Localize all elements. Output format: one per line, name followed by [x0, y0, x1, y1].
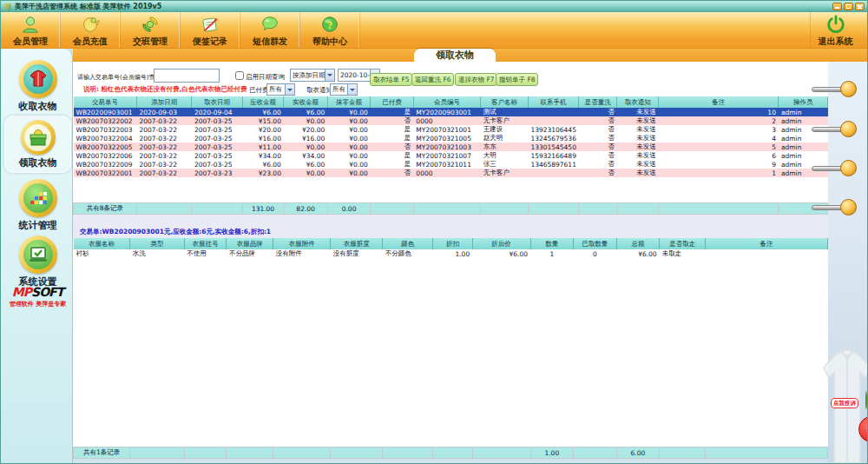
- orders-table: 交易单号添加日期取衣日期应收金额实收金额抹零金额已付费会员编号客户名称联系手机是…: [73, 96, 828, 215]
- date-query-checkbox[interactable]: [235, 71, 244, 80]
- date-mode-value: 按添加日期: [291, 71, 325, 80]
- detail-header-row: 衣服名称类型衣服挂号衣服品牌衣服附件衣服脏度颜色折扣折后价数量已取数量总额是否取…: [74, 238, 828, 249]
- toolbar-help-center[interactable]: ? 帮助中心: [300, 12, 360, 48]
- order-row[interactable]: WB20070322003 2007-03-22 2007-03-25 ¥20.…: [74, 125, 828, 134]
- statistics-icon: [19, 179, 57, 217]
- column-header: 备注: [706, 238, 828, 249]
- exit-system-button[interactable]: 退出系统: [810, 12, 860, 48]
- logo-tagline: 管理软件 美萍是专家: [1, 300, 75, 308]
- date-mode-dropdown[interactable]: 按添加日期: [290, 69, 335, 82]
- column-header: 取衣通知: [617, 96, 659, 108]
- bottom-strip: [73, 459, 828, 464]
- column-header: 是否取走: [660, 238, 706, 249]
- column-header: 折后价: [472, 238, 530, 249]
- notify-filter-label: 取衣通知: [306, 86, 332, 95]
- column-header: 备注: [659, 96, 779, 108]
- sidebar-item-system-settings[interactable]: 系统设置: [1, 235, 75, 288]
- tab-retrieve-clothes[interactable]: 领取衣物: [414, 49, 496, 62]
- toolbar-label: 交班管理: [133, 36, 168, 48]
- sum-receivable: 131.00: [242, 203, 284, 215]
- toolbar-label: 短信群发: [253, 36, 287, 48]
- column-header: 已取数量: [574, 238, 617, 249]
- toolbar-sms-broadcast[interactable]: 短信群发: [240, 12, 300, 48]
- column-header: 应收金额: [242, 96, 284, 108]
- retrieve-clothes-icon: [21, 120, 56, 155]
- exit-label: 退出系统: [819, 36, 853, 48]
- power-icon: [825, 14, 846, 35]
- column-header: 客户名称: [481, 96, 529, 108]
- sms-icon: [260, 14, 280, 35]
- toolbar-label: 会员充值: [73, 36, 108, 48]
- binder-ring: [812, 160, 857, 177]
- column-header: 联系手机: [528, 96, 578, 108]
- chevron-down-icon: [347, 84, 357, 95]
- binder-ring: [812, 121, 857, 138]
- sidebar-item-label: 统计管理: [19, 219, 57, 232]
- column-header: 是否重洗: [579, 96, 617, 108]
- date-value: 2020-10-04: [339, 71, 370, 79]
- sidebar-item-statistics[interactable]: 统计管理: [1, 179, 75, 232]
- complaint-bubble[interactable]: 点我投诉: [831, 398, 858, 408]
- maximize-icon[interactable]: [844, 3, 853, 10]
- rewash-button[interactable]: 返回重洗 F6: [411, 73, 454, 86]
- toolbar-shift-management[interactable]: 交班管理: [121, 12, 181, 48]
- recharge-icon: [80, 14, 101, 35]
- clothes-detail-table: 衣服名称类型衣服挂号衣服品牌衣服附件衣服脏度颜色折扣折后价数量已取数量总额是否取…: [73, 238, 828, 459]
- order-row[interactable]: WB20070322006 2007-03-22 2007-03-25 ¥34.…: [74, 151, 828, 160]
- svg-text:?: ?: [327, 20, 332, 31]
- paid-filter-value: 所有: [267, 85, 285, 94]
- settings-icon: [19, 235, 57, 274]
- notes-icon: [200, 14, 220, 35]
- sidebar-item-retrieve-clothes[interactable]: 领取衣物: [4, 116, 71, 173]
- column-header: 颜色: [383, 238, 433, 249]
- toolbar-notes-record[interactable]: 便签记录: [181, 12, 240, 48]
- sum-total: 6.00: [616, 447, 660, 459]
- column-header: 衣服挂号: [184, 238, 227, 249]
- sum-received: 82.00: [284, 203, 327, 215]
- sidebar: 收取衣物 领取衣物 统计管理 系统设置 MPSOF: [1, 49, 73, 464]
- notify-filter-dropdown[interactable]: 所有: [330, 83, 358, 96]
- logo-mp: MP: [12, 285, 31, 299]
- receive-clothes-icon: [19, 60, 57, 98]
- detail-record-count: 共有1条记录: [74, 447, 130, 459]
- divider: [73, 215, 828, 228]
- order-row[interactable]: WB20070322005 2007-03-22 2007-03-25 ¥11.…: [74, 143, 828, 151]
- window-title: 美萍干洗店管理系统 标准版 美萍软件 2019v5: [15, 2, 161, 11]
- app-icon: [4, 3, 11, 10]
- column-header: 衣服品牌: [227, 238, 273, 249]
- search-input[interactable]: [154, 69, 220, 83]
- paid-filter-dropdown[interactable]: 所有: [266, 83, 295, 96]
- order-row[interactable]: WB20070322002 2007-03-22 2007-03-25 ¥15.…: [74, 116, 828, 125]
- mascot[interactable]: 点我投诉 92: [831, 392, 868, 408]
- mpsoft-logo: MPSOFT 管理软件 美萍是专家: [1, 285, 75, 308]
- app-window: 美萍干洗店管理系统 标准版 美萍软件 2019v5 会员管理 会员充值 交班管理: [0, 0, 868, 464]
- column-header: 总额: [616, 238, 660, 249]
- binder-ring: [812, 81, 857, 98]
- column-header: 抹零金额: [327, 96, 371, 108]
- toolbar-member-management[interactable]: 会员管理: [1, 12, 61, 48]
- window-controls: [832, 3, 865, 10]
- shift-icon: [140, 14, 161, 35]
- minimize-icon[interactable]: [832, 3, 842, 10]
- column-header: 实收金额: [284, 96, 327, 108]
- order-row[interactable]: WB20200903001 2020-09-03 2020-09-04 ¥6.0…: [74, 108, 828, 116]
- return-clothes-button[interactable]: 退掉衣物 F7: [455, 73, 497, 86]
- close-icon[interactable]: [855, 3, 865, 10]
- sidebar-item-receive-clothes[interactable]: 收取衣物: [1, 60, 75, 113]
- main-content: 请输入交易单号(会员编号)查询 说明: 粉红色代表衣物还没有付费,白色代表衣物已…: [73, 62, 828, 464]
- chevron-down-icon: [325, 70, 334, 81]
- notify-filter-value: 所有: [331, 85, 347, 94]
- settle-pickup-button[interactable]: 取衣结单 F5: [370, 73, 412, 86]
- order-row[interactable]: WB20070322009 2007-03-22 2007-03-25 ¥6.0…: [74, 160, 828, 169]
- column-header: 添加日期: [136, 96, 191, 108]
- toolbar-member-recharge[interactable]: 会员充值: [61, 12, 121, 48]
- right-strip: 点我投诉 92: [828, 62, 867, 464]
- order-row[interactable]: WB20070322001 2007-03-22 2007-03-23 ¥23.…: [74, 169, 828, 177]
- column-header: 数量: [530, 238, 574, 249]
- sum-rounding: 0.00: [327, 203, 371, 215]
- tab-strip: 领取衣物: [73, 49, 867, 62]
- order-row[interactable]: WB20070322004 2007-03-22 2007-03-25 ¥16.…: [74, 134, 828, 143]
- cancel-order-button[interactable]: 撤销单子 F8: [496, 73, 538, 86]
- clothes-row[interactable]: 衬衫 水洗 不使用 不分品牌 没有附件 没有脏度 不分颜色 1.00 ¥6.00: [74, 249, 828, 258]
- sum-qty: 1.00: [530, 447, 574, 459]
